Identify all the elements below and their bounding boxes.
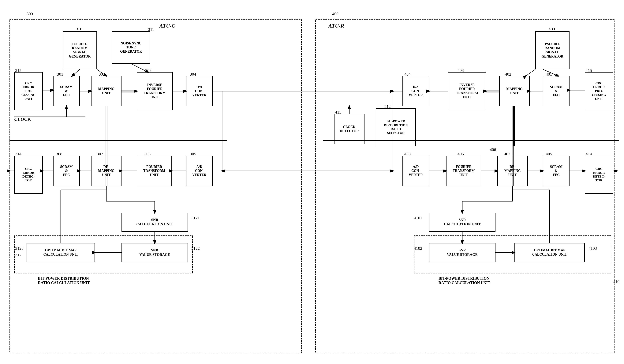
ref-406-label: 406 bbox=[490, 147, 496, 152]
ref-305: 305 bbox=[190, 152, 196, 156]
ref-415: 415 bbox=[586, 68, 592, 73]
ref-411: 411 bbox=[335, 110, 341, 115]
ref-300: 300 bbox=[26, 11, 33, 16]
right-fourier-block: FOURIERTRANSFORMUNIT bbox=[446, 156, 481, 186]
ref-311: 311 bbox=[148, 27, 154, 32]
ref-315: 315 bbox=[15, 68, 22, 73]
ref-407: 407 bbox=[504, 152, 510, 156]
left-snr-calc: SNRCALCULATION UNIT bbox=[122, 213, 188, 232]
ref-402: 402 bbox=[505, 72, 511, 77]
ref-308: 308 bbox=[56, 152, 62, 156]
left-mapping-block: MAPPINGUNIT bbox=[91, 76, 122, 106]
left-demapping-block: DE-MAPPINGUNIT bbox=[91, 156, 122, 186]
ref-403: 403 bbox=[458, 68, 464, 73]
left-bit-power-label: BIT·POWER DISTRIBUTIONRATIO CALCULATION … bbox=[38, 276, 90, 285]
left-crc-proc-top: CRCERRORPRO-CESSINGUNIT bbox=[14, 72, 43, 110]
right-scram-fec-top: SCRAM&FEC bbox=[543, 76, 570, 106]
ref-4101: 4101 bbox=[414, 215, 422, 220]
left-prsg-block: PSEUDO-RANDOMSIGNALGENERATOR bbox=[63, 31, 97, 69]
ref-404: 404 bbox=[404, 72, 411, 77]
ref-314: 314 bbox=[15, 152, 22, 156]
left-noise-sync-block: NOISE SYNCTONEGENERATOR bbox=[112, 31, 150, 64]
left-bit-power-dist-box bbox=[14, 235, 193, 273]
left-ad-converter: A/DCON-VERTER bbox=[186, 156, 213, 186]
right-outer-box bbox=[315, 19, 615, 353]
ref-409: 409 bbox=[549, 26, 555, 31]
ref-405: 405 bbox=[546, 152, 552, 156]
ref-400: 400 bbox=[332, 11, 338, 16]
ref-301: 301 bbox=[57, 72, 63, 77]
left-scram-fec-top: SCRAM&FEC bbox=[53, 76, 80, 106]
left-outer-box bbox=[9, 19, 302, 353]
right-ad-converter: A/DCON-VERTER bbox=[402, 156, 429, 186]
right-scram-fec-bot: SCRAM&FEC bbox=[543, 156, 570, 186]
ref-408: 408 bbox=[404, 152, 411, 156]
ref-304: 304 bbox=[190, 72, 196, 77]
ref-310: 310 bbox=[76, 26, 82, 31]
right-inv-fourier-block: INVERSEFOURIERTRANSFORMUNIT bbox=[448, 72, 486, 110]
ref-3121: 3121 bbox=[191, 215, 200, 220]
right-demapping-block: DE-MAPPINGUNIT bbox=[497, 156, 528, 186]
ref-307: 307 bbox=[97, 152, 103, 156]
label-atu-c: ATU-C bbox=[159, 23, 175, 29]
right-crc-error-det: CRCERRORDETEC-TOR bbox=[585, 156, 613, 194]
clock-label: CLOCK bbox=[14, 117, 31, 122]
right-prsg-block: PSEUDO-RANDOMSIGNALGENERATOR bbox=[535, 31, 570, 69]
right-bit-power-dist-box bbox=[414, 235, 611, 273]
ref-410: 410 bbox=[613, 279, 620, 284]
ref-406: 406 bbox=[458, 152, 464, 156]
right-bit-power-sel: BIT·POWERDISTRIBUTIONRATIOSELECTOR bbox=[376, 108, 416, 146]
right-clock-detector: CLOCKDETECTOR bbox=[334, 114, 364, 144]
right-snr-calc: SNRCALCULATION UNIT bbox=[429, 213, 495, 232]
left-da-converter: D/ACON-VERTER bbox=[186, 76, 213, 106]
right-mapping-block: MAPPINGUNIT bbox=[499, 76, 530, 106]
left-fourier-block: FOURIERTRANSFORMUNIT bbox=[137, 156, 172, 186]
ref-414: 414 bbox=[586, 152, 592, 156]
ref-401: 401 bbox=[546, 72, 552, 77]
left-scram-fec-bot: SCRAM&FEC bbox=[53, 156, 80, 186]
right-bit-power-label: BIT·POWER DISTRIBUTIONRATIO CALCULATION … bbox=[439, 276, 490, 285]
ref-306: 306 bbox=[144, 152, 151, 156]
diagram-container: 300 400 ATU-C ATU-R PSEUDO-RANDOMSIGNALG… bbox=[4, 8, 620, 357]
left-crc-error-det: CRCERRORDETEC-TOR bbox=[14, 156, 43, 194]
right-crc-proc-top: CRCERRORPRO-CESSINGUNIT bbox=[585, 72, 613, 110]
left-inv-fourier-block: INVERSEFOURIERTRANSFORMUNIT bbox=[137, 72, 173, 110]
ref-412: 412 bbox=[384, 104, 391, 109]
ref-303: 303 bbox=[145, 68, 152, 73]
right-da-converter: D/ACON-VERTER bbox=[402, 76, 429, 106]
ref-302: 302 bbox=[99, 72, 105, 77]
label-atu-r: ATU-R bbox=[328, 23, 344, 29]
